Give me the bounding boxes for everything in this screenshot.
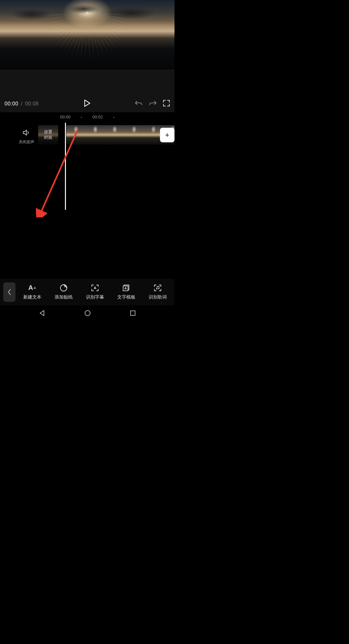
- add-sticker-button[interactable]: 添加贴纸: [55, 284, 73, 300]
- undo-icon: [134, 100, 143, 106]
- recognize-lyrics-button[interactable]: 识别歌词: [149, 284, 167, 300]
- ruler-tick: 00:00: [60, 115, 71, 119]
- video-preview[interactable]: [0, 0, 174, 70]
- sticker-icon: [60, 284, 68, 292]
- recognize-lyrics-icon: [153, 284, 162, 292]
- tool-label: 文字模板: [117, 294, 135, 300]
- redo-icon: [149, 100, 157, 106]
- time-display: 00:00 / 00:08: [5, 101, 39, 107]
- mute-label: 关闭原声: [19, 139, 34, 145]
- undo-button[interactable]: [134, 100, 143, 108]
- ruler-dot: [81, 117, 82, 118]
- text-add-icon: A+: [28, 284, 37, 292]
- tool-label: 识别字幕: [86, 294, 104, 300]
- clip-frame: [124, 125, 144, 145]
- triangle-back-icon: [38, 310, 46, 317]
- play-icon: [84, 99, 91, 107]
- ruler-dot: [113, 117, 114, 118]
- svg-point-6: [156, 288, 157, 289]
- system-nav-bar: [0, 305, 174, 322]
- chevron-left-icon: [7, 289, 11, 295]
- svg-point-8: [85, 311, 90, 316]
- plus-icon: +: [165, 131, 169, 139]
- text-template-button[interactable]: A 文字模板: [117, 284, 135, 300]
- bottom-toolbar: A+ 新建文本 添加贴纸 A 识别字幕 A: [0, 279, 174, 305]
- cover-label-line1: 设置: [44, 129, 52, 135]
- clip-frame: [86, 125, 105, 145]
- recognize-subtitle-button[interactable]: A 识别字幕: [86, 284, 104, 300]
- ruler-tick: 00:02: [92, 115, 103, 119]
- svg-rect-9: [131, 311, 135, 315]
- speaker-icon: [22, 129, 31, 136]
- tool-label: 添加贴纸: [55, 294, 73, 300]
- square-recents-icon: [130, 310, 136, 316]
- transport-bar: 00:00 / 00:08: [0, 95, 174, 112]
- tool-label: 识别歌词: [149, 294, 167, 300]
- recognize-subtitle-icon: A: [91, 284, 99, 292]
- set-cover-button[interactable]: 设置 封面: [38, 125, 58, 145]
- circle-home-icon: [84, 310, 91, 317]
- fullscreen-button[interactable]: [163, 100, 170, 108]
- clip-frame: [105, 125, 124, 145]
- back-button[interactable]: [3, 282, 16, 302]
- nav-back-button[interactable]: [38, 310, 46, 318]
- time-separator: /: [21, 101, 23, 106]
- add-clip-button[interactable]: +: [160, 128, 174, 142]
- current-time: 00:00: [5, 101, 18, 106]
- playhead[interactable]: [65, 123, 66, 210]
- nav-recents-button[interactable]: [130, 310, 136, 318]
- svg-text:A: A: [124, 287, 127, 290]
- svg-text:A: A: [94, 286, 96, 290]
- fullscreen-icon: [163, 100, 170, 107]
- redo-button[interactable]: [149, 100, 157, 108]
- play-button[interactable]: [84, 99, 91, 108]
- spacer: [0, 70, 174, 95]
- cover-label-line2: 封面: [44, 135, 52, 140]
- video-clip-track[interactable]: [66, 125, 174, 145]
- clip-frame: [66, 125, 86, 145]
- text-template-icon: A: [122, 284, 131, 292]
- timeline-ruler: 00:00 00:02: [0, 112, 174, 123]
- preview-sunrays: [45, 13, 129, 58]
- tool-label: 新建文本: [23, 294, 41, 300]
- mute-original-audio-button[interactable]: 关闭原声: [19, 129, 34, 145]
- timeline[interactable]: 00:00 00:02 关闭原声 设置 封面 +: [0, 112, 174, 268]
- svg-point-7: [158, 288, 159, 289]
- new-text-button[interactable]: A+ 新建文本: [23, 284, 41, 300]
- duration: 00:08: [25, 101, 39, 106]
- nav-home-button[interactable]: [84, 310, 91, 318]
